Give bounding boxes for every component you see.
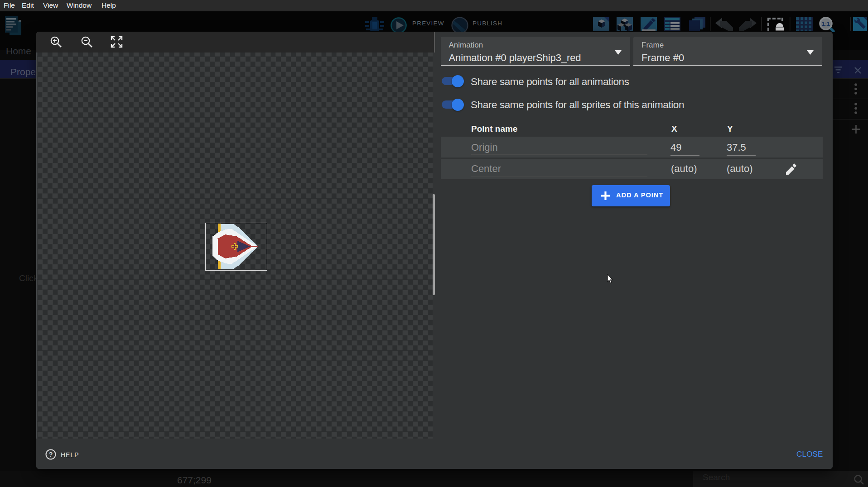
svg-text:?: ? bbox=[49, 451, 53, 458]
svg-text:1:1: 1:1 bbox=[822, 21, 830, 27]
